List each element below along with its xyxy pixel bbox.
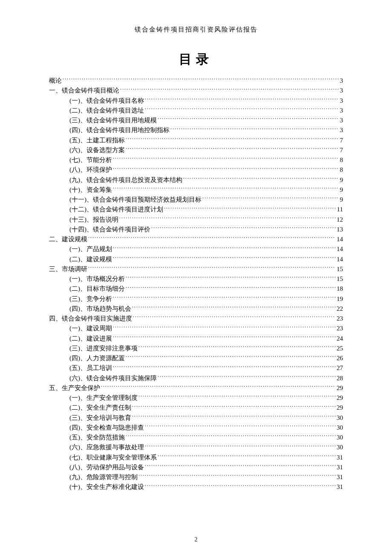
toc-entry-label: (二)、建设规模 [69, 254, 112, 264]
toc-entry: (六)、应急救援与事故处理30 [49, 442, 343, 452]
toc-leader-dots [132, 304, 336, 311]
toc-entry: (三)、竞争分析19 [49, 294, 343, 304]
toc-leader-dots [164, 205, 336, 211]
toc-leader-dots [63, 76, 339, 83]
toc-leader-dots [145, 443, 336, 449]
toc-entry: (七)、节能分析8 [49, 155, 343, 165]
toc-entry-page: 14 [337, 244, 343, 254]
toc-leader-dots [119, 215, 336, 222]
toc-entry-page: 23 [337, 314, 343, 324]
toc-entry-page: 24 [337, 334, 343, 344]
toc-entry-page: 8 [340, 165, 343, 175]
toc-entry: (一)、生产安全管理制度29 [49, 393, 343, 403]
toc-entry: 四、镁合金铸件项目实施进度23 [49, 314, 343, 324]
toc-entry-label: (四)、镁合金铸件项目用地控制指标 [69, 125, 170, 135]
toc-entry-page: 30 [337, 433, 343, 442]
toc-entry-page: 19 [337, 294, 343, 304]
toc-entry: (四)、镁合金铸件项目用地控制指标3 [49, 125, 343, 135]
toc-entry: (二)、安全生产责任制29 [49, 403, 343, 413]
toc-entry-label: (九)、镁合金铸件项目总投资及资本结构 [69, 175, 182, 185]
toc-entry-label: (七)、职业健康与安全管理体系 [69, 453, 157, 462]
toc-leader-dots [145, 463, 336, 469]
toc-entry-page: 9 [340, 175, 343, 185]
toc-entry-page: 14 [337, 234, 343, 244]
toc-entry: (一)、市场概况分析15 [49, 274, 343, 284]
toc-entry: (九)、镁合金铸件项目总投资及资本结构9 [49, 175, 343, 185]
toc-entry-label: (一)、产品规划 [69, 244, 112, 254]
toc-leader-dots [113, 245, 336, 251]
toc-entry-page: 3 [340, 125, 343, 135]
toc-entry-page: 12 [337, 215, 343, 225]
toc-entry: (四)、安全检查与隐患排查30 [49, 423, 343, 433]
toc-entry-page: 13 [337, 225, 343, 234]
toc-leader-dots [113, 324, 336, 330]
toc-leader-dots [145, 483, 336, 489]
toc-entry-page: 11 [337, 205, 343, 214]
toc-entry-label: (十四)、镁合金铸件项目评价 [69, 225, 150, 234]
page-number: 2 [0, 536, 392, 543]
toc-entry-page: 26 [337, 353, 343, 363]
toc-entry-page: 31 [337, 482, 343, 492]
toc-entry-label: (二)、镁合金铸件项目选址 [69, 106, 144, 116]
toc-entry: 三、市场调研15 [49, 264, 343, 274]
toc-entry: (四)、市场趋势与机会22 [49, 304, 343, 314]
toc-entry-page: 31 [337, 462, 343, 472]
toc-entry: (十一)、镁合金铸件项目预期经济效益规划目标9 [49, 195, 343, 205]
toc-entry: (十)、安全生产标准化建设31 [49, 482, 343, 492]
toc-entry-label: (八)、劳动保护用品与设备 [69, 462, 144, 472]
toc-entry-page: 3 [340, 76, 343, 86]
toc-entry-label: (五)、安全防范措施 [69, 433, 125, 442]
toc-entry-page: 9 [340, 195, 343, 205]
toc-entry-page: 30 [337, 413, 343, 423]
toc-entry: 五、生产安全保护29 [49, 383, 343, 393]
toc-entry-page: 23 [337, 324, 343, 333]
toc-entry-page: 18 [337, 284, 343, 294]
toc-leader-dots [120, 86, 339, 92]
toc-leader-dots [113, 364, 336, 370]
toc-entry: (九)、危险源管理与控制31 [49, 472, 343, 482]
toc-entry: (十三)、报告说明12 [49, 215, 343, 225]
document-page: 镁合金铸件项目招商引资风险评估报告 目录 概论3一、镁合金铸件项目概论3(一)、… [0, 0, 392, 555]
toc-entry: (十二)、镁合金铸件项目进度计划11 [49, 205, 343, 214]
toc-entry-page: 3 [340, 106, 343, 116]
toc-entry: (六)、镁合金铸件项目实施保障28 [49, 373, 343, 383]
toc-entry: (二)、建设规模14 [49, 254, 343, 264]
toc-entry: 概论3 [49, 76, 343, 86]
toc-entry-label: (七)、节能分析 [69, 155, 112, 165]
toc-entry-label: (六)、设备选型方案 [69, 145, 125, 155]
toc-leader-dots [158, 374, 336, 380]
toc-entry-label: (一)、建设周期 [69, 324, 112, 333]
toc-entry-label: (十二)、镁合金铸件项目进度计划 [69, 205, 163, 214]
toc-entry-label: (二)、建设进展 [69, 334, 112, 344]
toc-entry-label: 概论 [49, 76, 62, 86]
toc-entry-label: (三)、竞争分析 [69, 294, 112, 304]
toc-entry: (二)、建设进展24 [49, 334, 343, 344]
toc-leader-dots [183, 176, 339, 182]
toc-leader-dots [101, 384, 336, 390]
toc-entry-page: 25 [337, 344, 343, 353]
toc-entry-page: 27 [337, 363, 343, 373]
toc-leader-dots [126, 275, 336, 281]
toc-leader-dots [113, 185, 339, 192]
toc-entry-page: 14 [337, 254, 343, 264]
toc-entry-label: (九)、危险源管理与控制 [69, 472, 138, 482]
toc-entry: (三)、进度安排注意事项25 [49, 344, 343, 353]
toc-leader-dots [158, 116, 339, 122]
toc-leader-dots [145, 106, 339, 113]
toc-leader-dots [88, 265, 336, 271]
toc-leader-dots [132, 413, 336, 420]
toc-entry-label: (三)、安全培训与教育 [69, 413, 131, 423]
toc-entry: 二、建设规模14 [49, 234, 343, 244]
toc-entry-page: 29 [337, 383, 343, 393]
toc-entry-label: (三)、进度安排注意事项 [69, 344, 138, 353]
toc-leader-dots [145, 96, 339, 103]
toc-entry: (一)、产品规划14 [49, 244, 343, 254]
toc-entry-label: (八)、环境保护 [69, 165, 112, 175]
toc-entry-label: (三)、镁合金铸件项目用地规模 [69, 116, 157, 125]
toc-leader-dots [113, 295, 336, 301]
toc-leader-dots [158, 453, 336, 460]
toc-entry-label: (十)、安全生产标准化建设 [69, 482, 144, 492]
toc-entry-label: (十三)、报告说明 [69, 215, 118, 225]
toc-entry-label: (十一)、镁合金铸件项目预期经济效益规划目标 [69, 195, 202, 205]
toc-entry-page: 30 [337, 442, 343, 452]
